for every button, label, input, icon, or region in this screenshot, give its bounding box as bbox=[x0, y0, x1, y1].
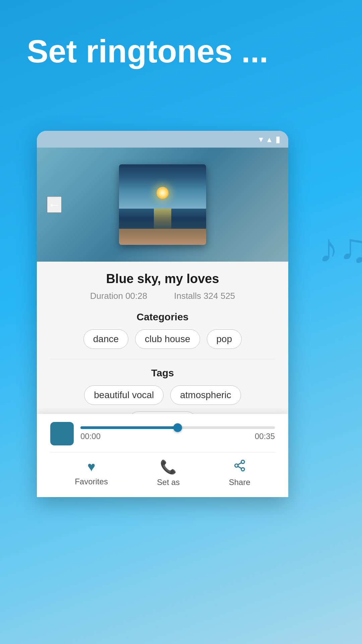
share-icon bbox=[233, 459, 246, 475]
svg-line-4 bbox=[238, 463, 241, 465]
category-chip-pop[interactable]: pop bbox=[207, 329, 242, 349]
categories-row: dance club house pop bbox=[50, 329, 275, 349]
status-bar: ▾ ▴ ▮ bbox=[37, 131, 288, 148]
back-button[interactable]: ← bbox=[47, 197, 62, 213]
nav-share[interactable]: Share bbox=[229, 459, 250, 487]
phone-mockup: ▾ ▴ ▮ ← Blue sky, my loves Duration 00:2… bbox=[37, 131, 288, 497]
favorites-icon: ♥ bbox=[87, 459, 96, 474]
nav-favorites[interactable]: ♥ Favorites bbox=[75, 459, 108, 487]
header-area: Set ringtones ... bbox=[0, 0, 362, 89]
album-art bbox=[119, 164, 206, 245]
category-chip-clubhouse[interactable]: club house bbox=[135, 329, 200, 349]
song-meta: Duration 00:28 Installs 324 525 bbox=[50, 291, 275, 301]
bottom-nav: ♥ Favorites 📞 Set as Share bbox=[50, 452, 275, 497]
wifi-icon: ▾ bbox=[259, 134, 263, 145]
tags-title: Tags bbox=[50, 367, 275, 379]
divider-1 bbox=[50, 359, 275, 359]
progress-track[interactable] bbox=[80, 426, 275, 429]
battery-icon: ▮ bbox=[276, 134, 280, 145]
song-title: Blue sky, my loves bbox=[50, 272, 275, 286]
sun bbox=[157, 187, 169, 199]
progress-fill bbox=[80, 426, 178, 429]
time-current: 00:00 bbox=[80, 432, 101, 441]
svg-line-3 bbox=[238, 466, 241, 468]
sky-layer bbox=[119, 164, 206, 209]
hero-area: ← bbox=[37, 148, 288, 262]
page-title: Set ringtones ... bbox=[27, 34, 335, 69]
time-row: 00:00 00:35 bbox=[80, 432, 275, 441]
categories-title: Categories bbox=[50, 311, 275, 323]
signal-icon: ▴ bbox=[267, 134, 272, 145]
nav-set-as[interactable]: 📞 Set as bbox=[157, 459, 180, 487]
tag-chip-atmospheric[interactable]: atmospheric bbox=[170, 385, 241, 405]
player-controls: 00:00 00:35 bbox=[50, 422, 275, 445]
category-chip-dance[interactable]: dance bbox=[83, 329, 128, 349]
tag-chip-beautiful-vocal[interactable]: beautiful vocal bbox=[84, 385, 164, 405]
share-label: Share bbox=[229, 478, 250, 487]
set-as-label: Set as bbox=[157, 478, 180, 487]
stop-button[interactable] bbox=[50, 422, 74, 445]
player-bar: 00:00 00:35 ♥ Favorites 📞 Set as bbox=[37, 414, 288, 497]
favorites-label: Favorites bbox=[75, 477, 108, 486]
time-total: 00:35 bbox=[255, 432, 275, 441]
song-duration: Duration 00:28 bbox=[90, 291, 147, 301]
song-installs: Installs 324 525 bbox=[174, 291, 235, 301]
progress-thumb[interactable] bbox=[173, 423, 182, 432]
progress-area: 00:00 00:35 bbox=[80, 426, 275, 441]
sand-layer bbox=[119, 229, 206, 245]
set-as-icon: 📞 bbox=[160, 459, 177, 475]
music-note-decoration: ♪♫ bbox=[318, 225, 362, 271]
